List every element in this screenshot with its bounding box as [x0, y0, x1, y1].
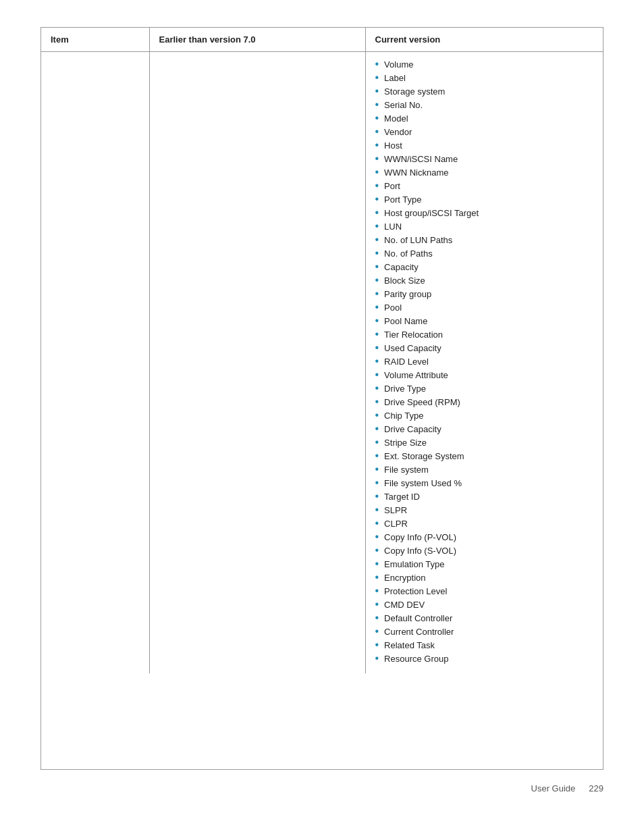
footer-page: 229 [589, 783, 603, 793]
list-item-text: Capacity [384, 262, 419, 272]
list-item-text: Host group/iSCSI Target [384, 208, 479, 218]
bullet-dot-icon: • [375, 207, 379, 218]
list-item: •No. of LUN Paths [375, 234, 594, 245]
list-item: •Chip Type [375, 410, 594, 421]
header-current: Current version [365, 28, 603, 52]
bullet-dot-icon: • [375, 504, 379, 515]
bullet-dot-icon: • [375, 572, 379, 583]
list-item: •CLPR [375, 518, 594, 529]
list-item: •WWN Nickname [375, 167, 594, 178]
list-item: •Current Controller [375, 626, 594, 637]
list-item-text: Used Capacity [384, 343, 441, 353]
header-earlier: Earlier than version 7.0 [149, 28, 365, 52]
table-wrapper: Item Earlier than version 7.0 Current ve… [41, 27, 603, 770]
list-item: •Serial No. [375, 99, 594, 110]
page-container: Item Earlier than version 7.0 Current ve… [0, 0, 644, 834]
list-item-text: LUN [384, 221, 402, 232]
bullet-dot-icon: • [375, 640, 379, 650]
bullet-dot-icon: • [375, 531, 379, 542]
list-item-text: SLPR [384, 505, 407, 515]
list-item: •Drive Type [375, 383, 594, 394]
list-item: •Drive Speed (RPM) [375, 396, 594, 407]
bullet-dot-icon: • [375, 261, 379, 272]
page-footer: User Guide 229 [41, 770, 603, 793]
list-item: •Port Type [375, 194, 594, 205]
list-item: •CMD DEV [375, 599, 594, 610]
list-item: •Storage system [375, 86, 594, 97]
list-item-text: Protection Level [384, 586, 447, 596]
list-item-text: Port Type [384, 194, 421, 205]
main-table: Item Earlier than version 7.0 Current ve… [41, 28, 603, 673]
bullet-dot-icon: • [375, 356, 379, 367]
table-row: •Volume•Label•Storage system•Serial No.•… [41, 52, 603, 674]
list-item: •Host group/iSCSI Target [375, 207, 594, 218]
bullet-dot-icon: • [375, 329, 379, 340]
list-item: •Vendor [375, 126, 594, 137]
list-item-text: Copy Info (P-VOL) [384, 532, 456, 542]
bullet-dot-icon: • [375, 153, 379, 164]
list-item: •File system [375, 464, 594, 475]
list-item-text: Parity group [384, 289, 431, 299]
bullet-dot-icon: • [375, 464, 379, 475]
bullet-dot-icon: • [375, 248, 379, 259]
bullet-dot-icon: • [375, 653, 379, 664]
list-item-text: Tier Relocation [384, 330, 443, 340]
list-item-text: Model [384, 113, 408, 124]
list-item-text: Pool [384, 303, 402, 313]
bullet-dot-icon: • [375, 234, 379, 245]
list-item: •Related Task [375, 640, 594, 650]
list-item: •Block Size [375, 275, 594, 286]
list-item-text: Pool Name [384, 316, 427, 326]
bullet-dot-icon: • [375, 180, 379, 191]
list-item: •Encryption [375, 572, 594, 583]
list-item: •Copy Info (S-VOL) [375, 545, 594, 556]
list-item-text: Resource Group [384, 654, 448, 664]
list-item: •Resource Group [375, 653, 594, 664]
bullet-dot-icon: • [375, 396, 379, 407]
list-item-text: Volume [384, 59, 413, 70]
bullet-dot-icon: • [375, 86, 379, 97]
list-item: •Target ID [375, 491, 594, 502]
bullet-dot-icon: • [375, 315, 379, 326]
bullet-dot-icon: • [375, 288, 379, 299]
bullet-dot-icon: • [375, 437, 379, 448]
list-item: •Label [375, 72, 594, 83]
list-item-text: Label [384, 73, 406, 83]
bullet-dot-icon: • [375, 140, 379, 151]
bullet-dot-icon: • [375, 585, 379, 596]
list-item-text: No. of LUN Paths [384, 235, 452, 245]
bullet-dot-icon: • [375, 410, 379, 421]
bullet-dot-icon: • [375, 545, 379, 556]
header-item: Item [41, 28, 149, 52]
list-item-text: Emulation Type [384, 559, 444, 569]
list-item: •Parity group [375, 288, 594, 299]
bullet-dot-icon: • [375, 72, 379, 83]
list-item-text: Encryption [384, 573, 425, 583]
list-item-text: Vendor [384, 127, 412, 137]
bullet-dot-icon: • [375, 450, 379, 461]
list-item-text: Ext. Storage System [384, 451, 464, 461]
list-item: •Stripe Size [375, 437, 594, 448]
bullet-dot-icon: • [375, 491, 379, 502]
list-item-text: Target ID [384, 492, 420, 502]
bullet-dot-icon: • [375, 59, 379, 70]
list-item-text: Serial No. [384, 100, 423, 110]
list-item-text: File system [384, 465, 429, 475]
list-item: •Drive Capacity [375, 423, 594, 434]
current-version-list: •Volume•Label•Storage system•Serial No.•… [375, 59, 594, 664]
list-item: •Volume [375, 59, 594, 70]
list-item: •WWN/iSCSI Name [375, 153, 594, 164]
list-item-text: Drive Speed (RPM) [384, 397, 460, 407]
bullet-dot-icon: • [375, 599, 379, 610]
list-item-text: Volume Attribute [384, 370, 448, 380]
list-item-text: Block Size [384, 276, 425, 286]
list-item: •Model [375, 113, 594, 124]
bullet-dot-icon: • [375, 342, 379, 353]
bullet-dot-icon: • [375, 383, 379, 394]
footer-label: User Guide [531, 783, 576, 793]
list-item-text: CLPR [384, 519, 408, 529]
list-item: •Emulation Type [375, 558, 594, 569]
bullet-dot-icon: • [375, 369, 379, 380]
list-item-text: Related Task [384, 640, 435, 650]
bullet-dot-icon: • [375, 275, 379, 286]
